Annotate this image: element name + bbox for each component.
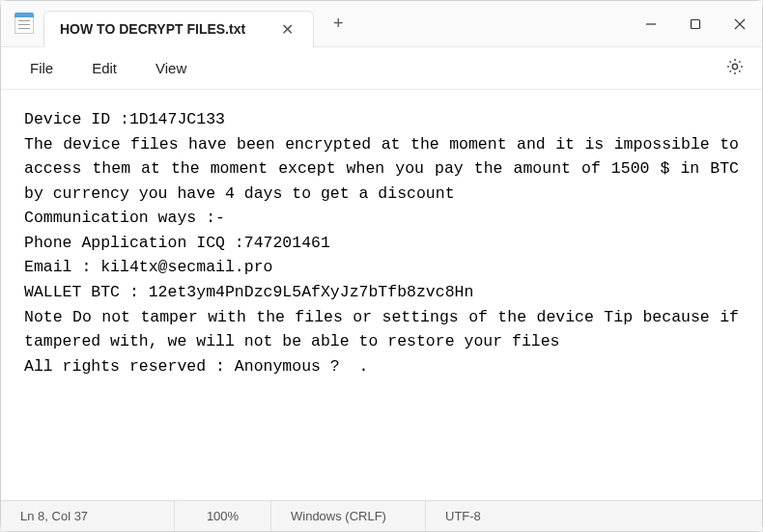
svg-rect-1 xyxy=(692,20,700,29)
tab-title: HOW TO DECRYPT FILES.txt xyxy=(60,21,245,37)
gear-icon xyxy=(725,57,745,76)
status-position[interactable]: Ln 8, Col 37 xyxy=(1,501,175,531)
menu-edit[interactable]: Edit xyxy=(74,54,134,82)
window-controls xyxy=(629,1,762,47)
settings-button[interactable] xyxy=(720,51,750,86)
svg-point-4 xyxy=(732,64,737,69)
statusbar: Ln 8, Col 37 100% Windows (CRLF) UTF-8 xyxy=(1,500,762,531)
menus: File Edit View xyxy=(13,54,204,82)
close-tab-button[interactable]: ✕ xyxy=(277,20,297,39)
titlebar: HOW TO DECRYPT FILES.txt ✕ + xyxy=(1,1,762,47)
status-line-ending[interactable]: Windows (CRLF) xyxy=(271,501,426,531)
text-content[interactable]: Device ID :1D147JC133 The device files h… xyxy=(1,90,762,500)
status-zoom[interactable]: 100% xyxy=(175,501,271,531)
file-tab[interactable]: HOW TO DECRYPT FILES.txt ✕ xyxy=(43,11,314,47)
menubar: File Edit View xyxy=(1,47,762,90)
maximize-button[interactable] xyxy=(673,1,718,47)
menu-view[interactable]: View xyxy=(138,54,204,82)
tabs-container: HOW TO DECRYPT FILES.txt ✕ + xyxy=(43,1,352,46)
new-tab-button[interactable]: + xyxy=(325,10,352,38)
notepad-window: HOW TO DECRYPT FILES.txt ✕ + File Edit V… xyxy=(0,0,763,532)
minimize-button[interactable] xyxy=(629,1,673,47)
close-window-button[interactable] xyxy=(718,1,762,47)
status-encoding[interactable]: UTF-8 xyxy=(426,501,542,531)
notepad-icon xyxy=(14,13,34,36)
menu-file[interactable]: File xyxy=(13,54,71,82)
